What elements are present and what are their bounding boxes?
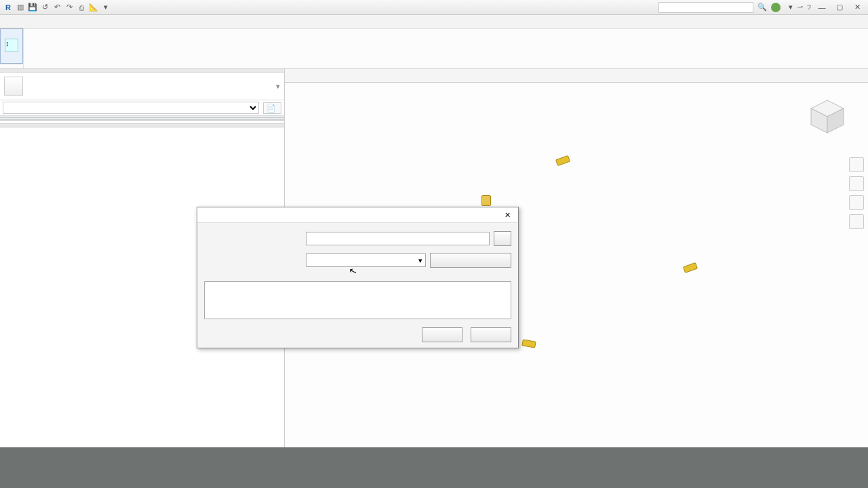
modify-button[interactable]: ↕ [0, 28, 23, 64]
select-panel-label[interactable] [0, 64, 23, 68]
sync-icon[interactable]: ↺ [39, 2, 50, 13]
redo-icon[interactable]: ↷ [64, 2, 75, 13]
infocenter-icon[interactable]: 🔍 [757, 3, 767, 12]
browse-button[interactable] [494, 231, 511, 246]
export-ifc-dialog: ✕ ▾ [197, 207, 519, 348]
close-button[interactable]: ✕ [850, 3, 864, 12]
view-cube[interactable] [807, 96, 848, 137]
model-element[interactable] [481, 195, 491, 206]
maximize-button[interactable]: ▢ [833, 3, 846, 12]
titlebar: R ▥ 💾 ↺ ↶ ↷ ⎙ 📐 ▾ 🔍 ▾ ⤻ ? — ▢ ✕ [0, 0, 868, 15]
model-element[interactable] [683, 262, 698, 273]
type-dropdown-icon[interactable]: ▾ [276, 82, 280, 91]
setup-selector[interactable]: ▾ [306, 253, 426, 267]
pan-icon[interactable] [849, 176, 864, 191]
edit-type-icon: 📄 [267, 104, 276, 113]
chevron-down-icon: ▾ [418, 256, 422, 265]
print-icon[interactable]: ⎙ [76, 2, 87, 13]
view-tabs [285, 69, 868, 83]
dialog-titlebar[interactable]: ✕ [197, 207, 518, 223]
projects-list [204, 281, 511, 319]
file-name-field[interactable] [306, 232, 490, 245]
export-button[interactable] [422, 327, 462, 342]
instance-selector[interactable] [3, 102, 259, 114]
zoom-icon[interactable] [849, 195, 864, 210]
qat-dropdown-icon[interactable]: ▾ [100, 2, 111, 13]
search-input[interactable] [658, 2, 753, 13]
undo-icon[interactable]: ↶ [52, 2, 62, 13]
qat: R ▥ 💾 ↺ ↶ ↷ ⎙ 📐 ▾ [0, 2, 111, 13]
steering-wheel-icon[interactable] [849, 157, 864, 172]
cancel-button[interactable] [471, 327, 511, 342]
caption-banner [0, 447, 868, 488]
ribbon-tabs [0, 15, 868, 28]
help-icon[interactable]: ? [807, 3, 811, 12]
minimize-button[interactable]: — [815, 3, 829, 12]
measure-icon[interactable]: 📐 [88, 2, 99, 13]
user-avatar-icon[interactable] [771, 3, 781, 12]
modify-setup-button[interactable] [430, 253, 511, 268]
dialog-close-button[interactable]: ✕ [502, 209, 513, 220]
ribbon: ↕ [0, 28, 868, 69]
favorites-icon[interactable]: ⤻ [797, 3, 803, 12]
model-element[interactable] [521, 339, 536, 348]
open-icon[interactable]: ▥ [15, 2, 26, 13]
orbit-icon[interactable] [849, 214, 864, 229]
user-dropdown-icon[interactable]: ▾ [789, 3, 793, 12]
extents-section-header[interactable] [0, 118, 284, 120]
instance-selector-row: 📄 [0, 100, 284, 116]
revit-logo-icon: R [3, 2, 14, 13]
nav-bar [849, 157, 864, 229]
edit-type-button[interactable]: 📄 [263, 102, 281, 114]
save-icon[interactable]: 💾 [27, 2, 38, 13]
model-element[interactable] [555, 155, 570, 166]
property-type-selector[interactable]: ▾ [0, 73, 284, 100]
view-type-icon [4, 77, 23, 96]
